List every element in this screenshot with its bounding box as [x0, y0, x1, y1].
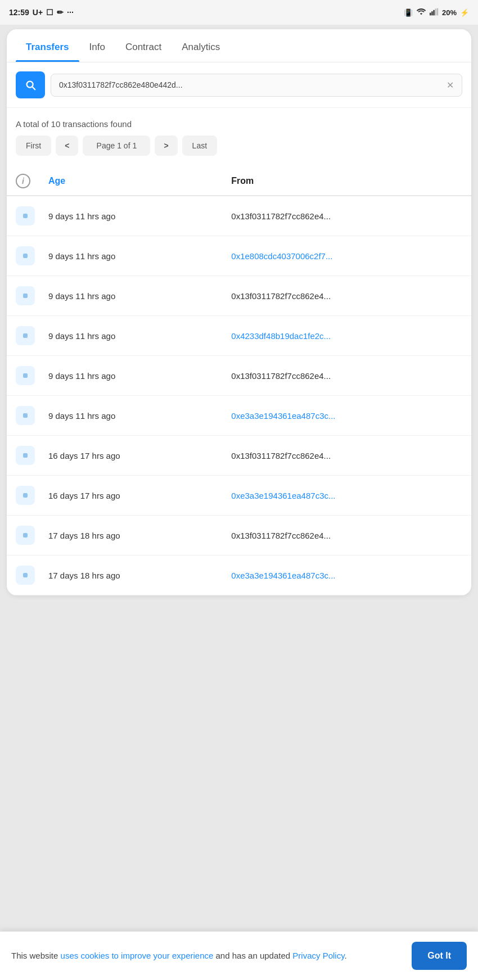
tab-bar: Transfers Info Contract Analytics	[7, 29, 471, 62]
row-from[interactable]: 0xe3a3e194361ea487c3c...	[222, 556, 471, 595]
row-from: 0x13f0311782f7cc862e4...	[222, 356, 471, 396]
table-row: 9 days 11 hrs ago0x1e808cdc4037006c2f7..…	[7, 236, 471, 276]
row-age: 9 days 11 hrs ago	[39, 316, 222, 356]
row-icon-cell	[7, 356, 39, 396]
search-bar: ✕	[7, 62, 471, 108]
age-column-header: Age	[39, 167, 222, 196]
transaction-icon	[16, 206, 35, 225]
row-age: 9 days 11 hrs ago	[39, 196, 222, 236]
prev-page-button[interactable]: <	[56, 136, 78, 156]
tab-info[interactable]: Info	[79, 29, 115, 62]
row-icon-cell	[7, 436, 39, 476]
row-from: 0x13f0311782f7cc862e4...	[222, 436, 471, 476]
row-from: 0x13f0311782f7cc862e4...	[222, 516, 471, 556]
row-icon-cell	[7, 516, 39, 556]
battery-display: 20%	[442, 8, 457, 17]
table-row: 16 days 17 hrs ago0xe3a3e194361ea487c3c.…	[7, 476, 471, 516]
cookie-text-3: .	[345, 951, 347, 960]
search-input-wrapper: ✕	[51, 74, 462, 97]
row-from: 0x13f0311782f7cc862e4...	[222, 276, 471, 316]
svg-rect-3	[435, 8, 436, 15]
transaction-icon	[16, 446, 35, 465]
search-button[interactable]	[16, 71, 45, 98]
transaction-count: A total of 10 transactions found	[7, 108, 471, 136]
cookie-text-2: and has an updated	[213, 951, 292, 960]
transaction-icon	[16, 566, 35, 585]
row-icon-cell	[7, 196, 39, 236]
row-age: 17 days 18 hrs ago	[39, 556, 222, 595]
address-link[interactable]: 0xe3a3e194361ea487c3c...	[231, 491, 335, 500]
table-row: 9 days 11 hrs ago0x13f0311782f7cc862e4..…	[7, 276, 471, 316]
info-column-header: i	[7, 167, 39, 196]
tab-transfers[interactable]: Transfers	[16, 29, 79, 62]
table-row: 9 days 11 hrs ago0xe3a3e194361ea487c3c..…	[7, 396, 471, 436]
status-bar-right: 📳 20% ⚡	[404, 8, 469, 17]
table-row: 16 days 17 hrs ago0x13f0311782f7cc862e4.…	[7, 436, 471, 476]
carrier-display: U+	[33, 8, 43, 17]
row-age: 16 days 17 hrs ago	[39, 476, 222, 516]
info-icon: i	[16, 174, 30, 188]
tab-contract[interactable]: Contract	[115, 29, 172, 62]
table-row: 9 days 11 hrs ago0x13f0311782f7cc862e4..…	[7, 356, 471, 396]
address-link[interactable]: 0x1e808cdc4037006c2f7...	[231, 251, 332, 261]
edit-icon: ✏	[57, 8, 64, 17]
row-icon-cell	[7, 556, 39, 595]
table-row: 9 days 11 hrs ago0x13f0311782f7cc862e4..…	[7, 196, 471, 236]
row-icon-cell	[7, 396, 39, 436]
from-column-header: From	[222, 167, 471, 196]
wifi-icon	[416, 8, 426, 17]
time-display: 12:59	[9, 8, 29, 17]
last-page-button[interactable]: Last	[182, 136, 217, 156]
transaction-icon	[16, 366, 35, 385]
address-link[interactable]: 0xe3a3e194361ea487c3c...	[231, 411, 335, 421]
svg-rect-4	[437, 8, 438, 15]
cookie-banner: This website uses cookies to improve you…	[0, 931, 478, 980]
page-label: Page 1 of 1	[83, 136, 150, 156]
main-card: Transfers Info Contract Analytics ✕ A to…	[7, 29, 471, 595]
transaction-icon	[16, 406, 35, 425]
row-from[interactable]: 0xe3a3e194361ea487c3c...	[222, 476, 471, 516]
transaction-icon	[16, 326, 35, 345]
charging-icon: ⚡	[460, 8, 469, 17]
status-bar-left: 12:59 U+ ☐ ✏ ···	[9, 8, 74, 17]
svg-rect-2	[433, 10, 434, 15]
row-from: 0x13f0311782f7cc862e4...	[222, 196, 471, 236]
search-icon	[24, 79, 37, 91]
row-age: 17 days 18 hrs ago	[39, 516, 222, 556]
table-row: 9 days 11 hrs ago0x4233df48b19dac1fe2c..…	[7, 316, 471, 356]
row-age: 9 days 11 hrs ago	[39, 396, 222, 436]
row-icon-cell	[7, 236, 39, 276]
vibrate-icon: 📳	[404, 8, 413, 17]
row-icon-cell	[7, 276, 39, 316]
address-link[interactable]: 0x4233df48b19dac1fe2c...	[231, 331, 331, 341]
pagination: First < Page 1 of 1 > Last	[7, 136, 471, 165]
svg-rect-0	[430, 12, 431, 15]
clear-button[interactable]: ✕	[442, 80, 454, 91]
ellipsis: ···	[67, 8, 74, 17]
cookie-link-2[interactable]: Privacy Policy	[292, 951, 344, 960]
address-link[interactable]: 0xe3a3e194361ea487c3c...	[231, 571, 335, 580]
transaction-icon	[16, 246, 35, 265]
cookie-link-1[interactable]: uses cookies to improve your experience	[61, 951, 214, 960]
got-it-button[interactable]: Got It	[412, 942, 467, 970]
row-from[interactable]: 0xe3a3e194361ea487c3c...	[222, 396, 471, 436]
next-page-button[interactable]: >	[155, 136, 177, 156]
signal-icon	[430, 8, 439, 17]
first-page-button[interactable]: First	[16, 136, 51, 156]
table-row: 17 days 18 hrs ago0xe3a3e194361ea487c3c.…	[7, 556, 471, 595]
transaction-icon	[16, 286, 35, 305]
transfers-table: i Age From 9 days 11 hrs ago0x13f0311782…	[7, 167, 471, 595]
tab-analytics[interactable]: Analytics	[172, 29, 230, 62]
row-icon-cell	[7, 476, 39, 516]
chat-icon: ☐	[46, 8, 53, 17]
row-from[interactable]: 0x1e808cdc4037006c2f7...	[222, 236, 471, 276]
row-age: 16 days 17 hrs ago	[39, 436, 222, 476]
transaction-icon	[16, 486, 35, 505]
row-age: 9 days 11 hrs ago	[39, 276, 222, 316]
row-age: 9 days 11 hrs ago	[39, 356, 222, 396]
svg-rect-1	[431, 11, 432, 15]
table-row: 17 days 18 hrs ago0x13f0311782f7cc862e4.…	[7, 516, 471, 556]
search-input[interactable]	[59, 80, 442, 89]
row-from[interactable]: 0x4233df48b19dac1fe2c...	[222, 316, 471, 356]
cookie-text: This website uses cookies to improve you…	[11, 950, 403, 963]
